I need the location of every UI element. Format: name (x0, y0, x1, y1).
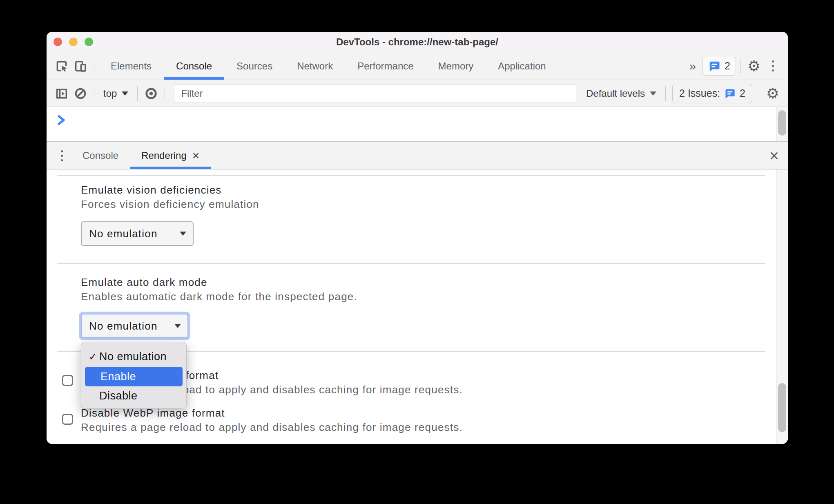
section-title: Emulate auto dark mode (81, 275, 207, 289)
javascript-context-selector[interactable]: top (98, 88, 133, 99)
messages-count: 2 (725, 60, 730, 72)
toggle-device-toolbar-button[interactable] (71, 55, 90, 77)
clear-console-button[interactable] (71, 83, 90, 105)
rendering-scrollbar-track[interactable] (776, 169, 788, 444)
drawer-menu-button[interactable] (52, 145, 71, 167)
divider (740, 59, 740, 74)
gear-icon: ⚙ (766, 86, 779, 101)
log-levels-selector[interactable]: Default levels (581, 88, 661, 99)
divider (94, 86, 94, 101)
drawer-tab-console[interactable]: Console (71, 142, 130, 169)
rendering-panel: Emulate vision deficiencies Forces visio… (47, 169, 788, 444)
checkbox-description: Requires a page reload to apply and disa… (81, 420, 463, 434)
chat-bubble-icon (708, 60, 720, 72)
menu-item-no-emulation[interactable]: ✓ No emulation (81, 347, 186, 366)
tab-network[interactable]: Network (285, 52, 345, 80)
divider (665, 86, 666, 101)
tab-sources[interactable]: Sources (224, 52, 285, 80)
console-prompt-icon (56, 114, 66, 127)
issues-button[interactable]: 2 Issues: 2 (672, 84, 752, 103)
clear-icon (74, 87, 87, 100)
zoom-window-button[interactable] (85, 38, 93, 46)
window-title: DevTools - chrome://new-tab-page/ (336, 36, 498, 48)
tab-performance[interactable]: Performance (345, 52, 426, 80)
device-toolbar-icon (74, 60, 87, 73)
devtools-window: DevTools - chrome://new-tab-page/ Elemen… (47, 32, 788, 444)
main-tab-bar: Elements Console Sources Network Perform… (47, 52, 788, 80)
filter-input[interactable] (174, 84, 576, 103)
inspect-element-button[interactable] (52, 55, 71, 77)
close-window-button[interactable] (54, 38, 62, 46)
issues-chat-icon (724, 88, 736, 99)
drawer-tab-rendering[interactable]: Rendering × (130, 142, 211, 169)
section-title: Emulate vision deficiencies (81, 183, 222, 197)
drawer-tab-bar: Console Rendering × × (47, 142, 788, 169)
divider (165, 86, 165, 101)
rendering-scrollbar-thumb[interactable] (778, 383, 786, 432)
gear-icon: ⚙ (747, 59, 760, 74)
chevron-down-icon (174, 324, 181, 328)
section-divider (57, 263, 765, 264)
section-description: Enables automatic dark mode for the insp… (81, 290, 357, 303)
tab-elements[interactable]: Elements (98, 52, 164, 80)
close-icon: × (769, 147, 779, 165)
create-live-expression-button[interactable] (142, 83, 161, 105)
console-scrollbar-thumb[interactable] (778, 110, 786, 136)
close-rendering-tab-icon[interactable]: × (192, 149, 200, 162)
chevron-down-icon (180, 232, 186, 236)
chevron-down-icon (650, 91, 656, 96)
console-scrollbar-track[interactable] (776, 107, 788, 141)
minimize-window-button[interactable] (69, 38, 78, 46)
menu-item-enable[interactable]: Enable (85, 367, 183, 386)
sidebar-panel-icon (55, 87, 68, 100)
more-tabs-button[interactable]: » (682, 59, 702, 73)
tab-bar-right-controls: » 2 ⚙ (682, 55, 782, 77)
console-settings-button[interactable]: ⚙ (763, 83, 782, 105)
console-toolbar: top Default levels 2 Issues: 2 (47, 80, 788, 107)
disable-avif-checkbox[interactable] (62, 375, 73, 386)
issues-count: 2 (740, 87, 745, 99)
kebab-menu-icon (61, 150, 63, 161)
section-divider (57, 175, 765, 176)
divider (759, 86, 759, 101)
kebab-menu-icon (772, 60, 774, 71)
eye-icon (144, 87, 158, 100)
auto-dark-mode-select[interactable]: No emulation (81, 314, 188, 338)
close-drawer-button[interactable]: × (769, 142, 779, 169)
console-log-area[interactable] (47, 107, 788, 142)
main-menu-button[interactable] (763, 55, 782, 77)
traffic-lights (54, 32, 93, 52)
show-console-sidebar-button[interactable] (52, 83, 71, 105)
checkmark-icon: ✓ (86, 351, 99, 363)
messages-badge-button[interactable]: 2 (702, 57, 736, 76)
menu-item-disable[interactable]: Disable (81, 386, 186, 405)
tab-console[interactable]: Console (164, 52, 224, 80)
tab-application[interactable]: Application (486, 52, 558, 80)
inspect-cursor-icon (55, 60, 68, 73)
auto-dark-mode-dropdown-menu: ✓ No emulation Enable Disable (81, 342, 187, 408)
vision-deficiency-select[interactable]: No emulation (81, 221, 194, 246)
disable-webp-checkbox[interactable] (62, 414, 73, 425)
divider (137, 86, 138, 101)
tab-memory[interactable]: Memory (426, 52, 486, 80)
divider (94, 59, 94, 74)
settings-button[interactable]: ⚙ (745, 55, 763, 77)
title-bar: DevTools - chrome://new-tab-page/ (47, 32, 788, 52)
chevron-down-icon (122, 91, 128, 96)
section-description: Forces vision deficiency emulation (81, 197, 259, 211)
